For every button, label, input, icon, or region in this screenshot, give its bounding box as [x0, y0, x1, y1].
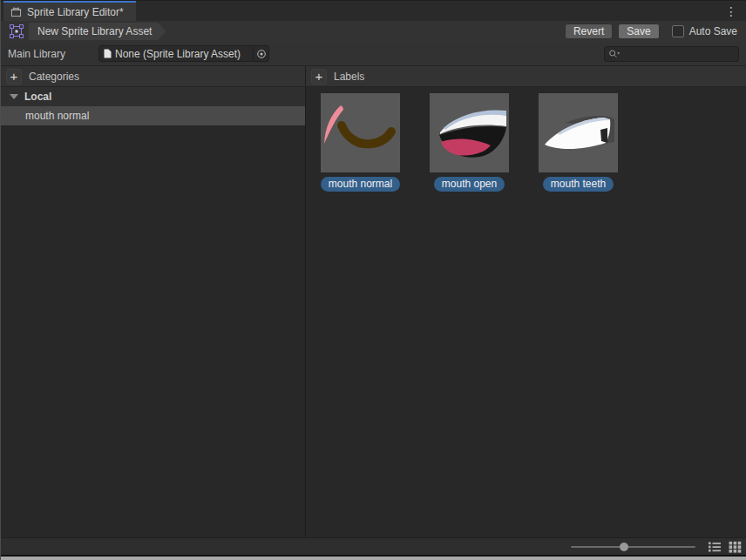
label-card-mouth-normal: mouth normal	[321, 93, 400, 192]
bottom-bar	[1, 537, 746, 555]
slider-knob[interactable]	[620, 543, 628, 551]
save-button[interactable]: Save	[618, 24, 659, 39]
labels-header: + Labels	[306, 66, 746, 86]
add-label-button[interactable]: +	[311, 69, 327, 84]
panels: Local mouth normal mouth normal	[1, 87, 746, 537]
sprite-thumbnail-mouth-teeth[interactable]	[539, 93, 618, 172]
grid-view-button[interactable]	[729, 541, 742, 553]
label-card-mouth-open: mouth open	[430, 93, 509, 192]
window-frame-icon	[10, 6, 22, 17]
label-pill[interactable]: mouth open	[434, 177, 505, 192]
thumbnail-size-slider[interactable]	[571, 542, 695, 552]
window-menu-button[interactable]: ⋮	[722, 1, 741, 22]
list-view-button[interactable]	[708, 541, 722, 553]
panel-headers: + Categories + Labels	[1, 66, 746, 87]
main-library-object-field[interactable]: None (Sprite Library Asset)	[98, 45, 269, 62]
categories-header: + Categories	[1, 66, 306, 86]
category-group-local[interactable]: Local	[1, 87, 305, 106]
breadcrumb-label: New Sprite Library Asset	[37, 25, 152, 37]
search-input[interactable]	[623, 47, 735, 61]
asset-file-icon	[104, 49, 112, 58]
label-pill[interactable]: mouth teeth	[543, 177, 614, 192]
add-category-button[interactable]: +	[6, 69, 22, 84]
tab-bar: Sprite Library Editor* ⋮	[1, 0, 746, 21]
categories-panel: Local mouth normal	[1, 87, 306, 537]
labels-panel: mouth normal mouth open	[306, 87, 746, 537]
main-library-value: None (Sprite Library Asset)	[115, 48, 249, 60]
category-item-label: mouth normal	[25, 110, 89, 122]
category-group-name: Local	[24, 91, 51, 103]
label-pill[interactable]: mouth normal	[321, 177, 400, 192]
sprite-thumbnail-mouth-normal[interactable]	[321, 93, 400, 172]
foldout-triangle-icon	[10, 94, 18, 99]
categories-title: Categories	[29, 71, 79, 83]
auto-save-label: Auto Save	[689, 25, 737, 37]
slider-track	[571, 546, 695, 548]
toolbar: New Sprite Library Asset Revert Save Aut…	[1, 21, 746, 42]
sprite-thumbnail-mouth-open[interactable]	[430, 93, 509, 172]
main-library-label: Main Library	[8, 48, 98, 60]
main-library-row: Main Library None (Sprite Library Asset)	[1, 42, 746, 66]
object-picker-button[interactable]	[253, 46, 268, 61]
window-bottom-edge	[1, 555, 746, 560]
search-field[interactable]	[604, 46, 739, 62]
revert-button[interactable]: Revert	[565, 24, 613, 39]
sprite-library-asset-icon	[10, 24, 24, 38]
labels-title: Labels	[334, 71, 364, 83]
breadcrumb-new-sprite-library-asset[interactable]: New Sprite Library Asset	[29, 23, 166, 40]
category-item-mouth-normal[interactable]: mouth normal	[1, 106, 305, 125]
tab-sprite-library-editor[interactable]: Sprite Library Editor*	[3, 1, 136, 21]
sprite-library-editor-window: Sprite Library Editor* ⋮ New Sprite Libr…	[0, 0, 746, 560]
search-icon	[608, 49, 621, 59]
auto-save-checkbox[interactable]	[672, 25, 684, 37]
tab-title: Sprite Library Editor*	[27, 6, 124, 18]
label-card-mouth-teeth: mouth teeth	[539, 93, 618, 192]
